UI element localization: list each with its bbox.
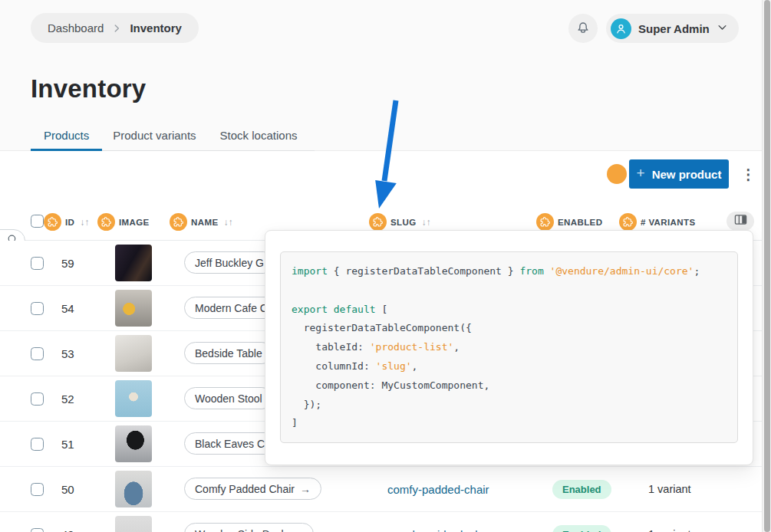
cell-id: 59	[61, 257, 74, 270]
product-thumbnail	[115, 290, 152, 327]
cell-id: 53	[61, 347, 74, 360]
row-checkbox[interactable]	[31, 302, 44, 315]
row-checkbox[interactable]	[31, 483, 44, 496]
cell-slug-link[interactable]: wooden-side-desk	[387, 528, 481, 532]
enabled-status-badge: Enabled	[552, 525, 611, 532]
code-block: import { registerDataTableComponent } fr…	[280, 251, 738, 443]
column-header-name: NAME↓↑	[170, 213, 232, 231]
code-line: component: MyCustomComponent,	[292, 376, 727, 396]
extension-point-badge-enabled	[536, 213, 554, 231]
product-name-pill[interactable]: Black Eaves C	[184, 432, 275, 455]
arrow-right-icon: →	[300, 483, 311, 495]
product-thumbnail	[115, 335, 152, 372]
breadcrumb-item-dashboard[interactable]: Dashboard	[48, 21, 104, 34]
overflow-menu-icon[interactable]: ⋮	[741, 164, 753, 186]
breadcrumb: Dashboard Inventory	[31, 13, 199, 43]
row-checkbox[interactable]	[31, 392, 44, 406]
chevron-right-icon	[111, 23, 122, 34]
select-all-checkbox[interactable]	[31, 215, 44, 228]
tab-product-variants[interactable]: Product variants	[113, 129, 196, 142]
new-product-label: New product	[652, 168, 722, 181]
new-product-button[interactable]: + New product	[629, 159, 729, 189]
code-line: import { registerDataTableComponent } fr…	[292, 262, 727, 281]
plus-icon: +	[637, 165, 645, 182]
code-snippet-popup: import { registerDataTableComponent } fr…	[265, 230, 753, 465]
cell-id: 54	[61, 302, 74, 315]
product-thumbnail	[115, 245, 152, 281]
row-checkbox[interactable]	[31, 347, 44, 360]
breadcrumb-item-inventory[interactable]: Inventory	[130, 21, 182, 34]
product-thumbnail	[115, 471, 152, 507]
user-name: Super Admin	[638, 22, 710, 35]
tab-products[interactable]: Products	[44, 129, 89, 142]
code-line: registerDataTableComponent({	[292, 319, 727, 338]
code-line	[292, 281, 727, 300]
column-label-image: IMAGE	[119, 218, 150, 227]
product-thumbnail	[115, 380, 152, 417]
product-name: Jeff Buckley G	[195, 257, 264, 269]
table-columns-icon	[734, 214, 747, 228]
page-title: Inventory	[31, 74, 146, 103]
row-checkbox[interactable]	[31, 528, 44, 532]
enabled-status-badge: Enabled	[552, 480, 611, 499]
page-header-band: Dashboard Inventory Super Admin Inventor…	[0, 0, 771, 151]
cell-id: 50	[61, 483, 74, 496]
column-label-id: ID	[65, 218, 74, 227]
column-header-slug: SLUG↓↑	[369, 213, 431, 231]
cell-variants: 1 variant	[648, 528, 691, 532]
scrollbar-thumb[interactable]	[764, 0, 770, 532]
product-name: Wooden Side Desk	[195, 528, 287, 532]
row-checkbox[interactable]	[31, 257, 44, 270]
cell-id: 52	[61, 392, 74, 406]
sort-icon-slug[interactable]: ↓↑	[422, 217, 431, 228]
cell-variants: 1 variant	[648, 483, 691, 495]
cell-id: 49	[61, 528, 74, 532]
cell-slug-link[interactable]: comfy-padded-chair	[387, 483, 489, 496]
code-line: export default [	[292, 300, 727, 320]
product-name-pill[interactable]: Jeff Buckley G	[184, 251, 275, 274]
extension-point-badge-image	[97, 213, 115, 231]
column-settings-button[interactable]	[727, 212, 754, 231]
avatar	[611, 18, 631, 39]
tab-bar: ProductsProduct variantsStock locations	[44, 129, 297, 142]
user-menu[interactable]: Super Admin	[606, 14, 739, 43]
inventory-page: Dashboard Inventory Super Admin Inventor…	[0, 0, 771, 532]
column-label-enabled: ENABLED	[558, 218, 602, 227]
product-name: Comfy Padded Chair	[195, 483, 295, 495]
sort-icon-id[interactable]: ↓↑	[80, 217, 89, 228]
column-label-slug: SLUG	[390, 218, 417, 227]
product-thumbnail	[115, 516, 152, 532]
arrow-right-icon: →	[292, 528, 303, 532]
cell-id: 51	[61, 438, 74, 451]
product-name-pill[interactable]: Wooden Stool	[184, 387, 273, 409]
bell-icon	[575, 19, 591, 38]
product-name: Black Eaves C	[195, 438, 265, 450]
code-line: columnId: 'slug',	[292, 357, 727, 376]
chevron-down-icon	[717, 21, 728, 36]
product-name-pill[interactable]: Wooden Side Desk→	[184, 523, 314, 532]
vertical-scrollbar	[762, 0, 771, 532]
product-name: Wooden Stool	[195, 392, 262, 405]
active-tab-underline	[31, 149, 102, 151]
extension-point-badge-slug	[369, 213, 387, 231]
extension-point-badge-id	[44, 213, 61, 231]
extension-point-badge-variants	[619, 213, 637, 231]
column-label-variants: # VARIANTS	[641, 218, 696, 227]
code-line: });	[292, 396, 727, 415]
notifications-button[interactable]	[568, 14, 598, 43]
product-thumbnail	[115, 425, 152, 462]
column-label-name: NAME	[191, 218, 218, 227]
column-header-enabled: ENABLED	[536, 213, 602, 231]
sort-icon-name[interactable]: ↓↑	[223, 217, 232, 228]
product-name: Modern Cafe C	[195, 302, 268, 314]
table-row: 50Comfy Padded Chair→comfy-padded-chairE…	[0, 467, 771, 512]
product-name-pill[interactable]: Comfy Padded Chair→	[184, 478, 321, 500]
tab-stock-locations[interactable]: Stock locations	[220, 129, 298, 142]
product-name: Bedside Table	[195, 347, 262, 360]
product-name-pill[interactable]: Bedside Table	[184, 342, 273, 364]
column-header-id: ID↓↑	[44, 213, 89, 231]
row-checkbox[interactable]	[31, 438, 44, 451]
column-header-image: IMAGE	[97, 213, 150, 231]
extension-point-badge-name	[170, 213, 187, 231]
table-row: 49Wooden Side Desk→wooden-side-deskEnabl…	[0, 512, 771, 532]
